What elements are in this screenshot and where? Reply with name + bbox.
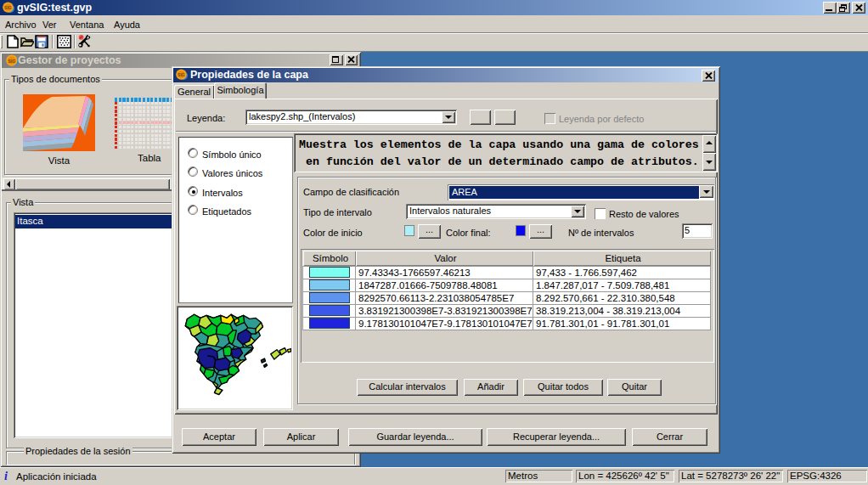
svg-text:SIG: SIG bbox=[178, 72, 185, 77]
svg-text:SIG: SIG bbox=[4, 5, 12, 10]
svg-text:SIG: SIG bbox=[8, 59, 15, 64]
